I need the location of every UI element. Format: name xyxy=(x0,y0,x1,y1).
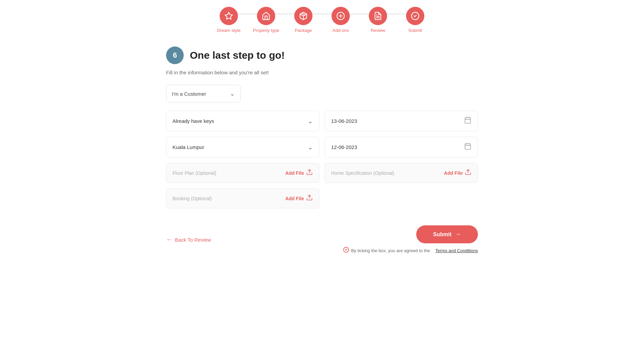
upload-icon xyxy=(306,169,313,177)
step-circle-property-type xyxy=(257,7,275,25)
form-grid-row2: Kuala Lumpur ⌄ 12-06-2023 xyxy=(166,137,478,157)
step-label-package: Package xyxy=(295,28,312,33)
step-label-submit: Submit xyxy=(408,28,422,33)
step-label-dream-style: Dream style xyxy=(217,28,240,33)
step-circle-dream-style xyxy=(220,7,238,25)
main-content: 6 One last step to go! Fill in the infor… xyxy=(159,46,485,264)
step-circle-add-ons xyxy=(331,7,350,25)
step-circle-submit xyxy=(406,7,424,25)
upload-icon xyxy=(465,169,471,177)
calendar-icon xyxy=(464,143,471,152)
page-subtitle: Fill in the information below and you're… xyxy=(166,70,478,75)
submit-button[interactable]: Submit → xyxy=(416,225,478,243)
step-add-ons[interactable]: Add-ons xyxy=(322,7,359,33)
svg-rect-9 xyxy=(465,118,471,124)
home-spec-label: Home Specification (Optional) xyxy=(331,170,394,176)
date2-value: 12-06-2023 xyxy=(331,144,357,150)
add-file-label2: Add File xyxy=(444,170,463,176)
progress-bar: Dream style Property type Package xyxy=(0,0,644,36)
bottom-section: ← Back To Review Submit → By ticking the… xyxy=(166,225,478,264)
back-arrow-icon: ← xyxy=(166,236,172,243)
step-label-add-ons: Add-ons xyxy=(333,28,349,33)
add-file-label3: Add File xyxy=(285,196,304,201)
back-label: Back To Review xyxy=(175,237,211,243)
date1-field[interactable]: 13-06-2023 xyxy=(325,111,478,131)
chevron-down-icon: ⌄ xyxy=(308,117,313,125)
svg-marker-0 xyxy=(225,12,233,19)
floor-plan-label: Floor Plan (Optional) xyxy=(173,170,216,176)
upload-icon xyxy=(306,194,313,203)
step-label-property-type: Property type xyxy=(253,28,279,33)
keys-dropdown[interactable]: Already have keys ⌄ xyxy=(166,111,319,131)
arrow-right-icon: → xyxy=(455,231,461,238)
step-label-review: Review xyxy=(371,28,385,33)
step-submit[interactable]: Submit xyxy=(397,7,434,33)
calendar-icon xyxy=(464,116,471,126)
chevron-down-icon: ⌄ xyxy=(230,90,235,97)
keys-label: Already have keys xyxy=(173,118,214,124)
step-review[interactable]: Review xyxy=(359,7,397,33)
booking-label: Booking (Optional) xyxy=(173,196,212,201)
svg-rect-13 xyxy=(465,144,471,150)
location-label: Kuala Lumpur xyxy=(173,144,204,150)
back-to-review-button[interactable]: ← Back To Review xyxy=(166,236,211,243)
home-spec-add-file-button[interactable]: Add File xyxy=(444,169,471,177)
terms-description: By ticking the box, you are agreed to th… xyxy=(351,248,430,253)
add-file-label: Add File xyxy=(285,170,304,176)
date1-value: 13-06-2023 xyxy=(331,118,357,124)
step-circle-review xyxy=(369,7,387,25)
location-dropdown[interactable]: Kuala Lumpur ⌄ xyxy=(166,137,319,157)
terms-link[interactable]: Terms and Conditions xyxy=(435,248,478,253)
floor-plan-add-file-button[interactable]: Add File xyxy=(285,169,313,177)
date2-field[interactable]: 12-06-2023 xyxy=(325,137,478,157)
svg-line-1 xyxy=(302,13,305,15)
customer-type-dropdown[interactable]: I'm a Customer ⌄ xyxy=(166,85,241,102)
terms-check-icon xyxy=(343,247,349,254)
page-title: One last step to go! xyxy=(190,50,285,61)
form-grid-row1: Already have keys ⌄ 13-06-2023 xyxy=(166,111,478,131)
form-grid-row3: Floor Plan (Optional) Add File Home Spec… xyxy=(166,163,478,183)
step-circle-package xyxy=(294,7,313,25)
booking-add-file-button[interactable]: Add File xyxy=(285,194,313,203)
submit-area: Submit → By ticking the box, you are agr… xyxy=(343,225,478,254)
step-header: 6 One last step to go! xyxy=(166,46,478,64)
step-package[interactable]: Package xyxy=(285,7,322,33)
form-grid-row4: Booking (Optional) Add File xyxy=(166,188,478,208)
step-property-type[interactable]: Property type xyxy=(247,7,285,33)
customer-type-label: I'm a Customer xyxy=(172,91,206,97)
terms-text: By ticking the box, you are agreed to th… xyxy=(343,247,478,254)
chevron-down-icon: ⌄ xyxy=(308,144,313,151)
submit-label: Submit xyxy=(433,231,451,238)
step-dream-style[interactable]: Dream style xyxy=(210,7,247,33)
floor-plan-upload[interactable]: Floor Plan (Optional) Add File xyxy=(166,163,319,183)
step-number-badge: 6 xyxy=(166,46,184,64)
home-spec-upload[interactable]: Home Specification (Optional) Add File xyxy=(325,163,478,183)
booking-upload[interactable]: Booking (Optional) Add File xyxy=(166,188,319,208)
